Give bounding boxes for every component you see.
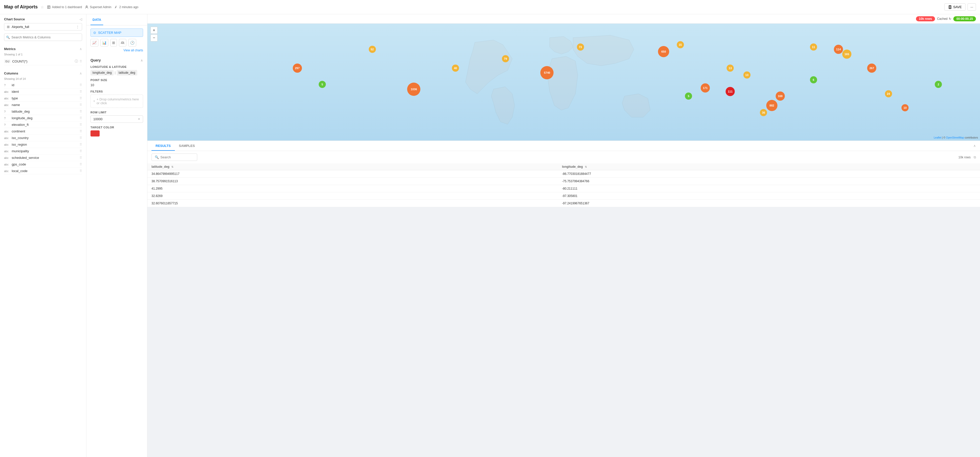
map-bg: + − 297521036407957407365015517113111138… bbox=[147, 24, 980, 140]
filters-plus-icon: + bbox=[93, 99, 95, 103]
map-cluster[interactable]: 882 bbox=[766, 100, 778, 111]
openstreetmap-link: OpenStreetMap bbox=[946, 136, 964, 139]
map-cluster[interactable]: 267 bbox=[867, 64, 876, 73]
map-cluster[interactable]: 73 bbox=[577, 43, 584, 51]
map-cluster[interactable]: 24 bbox=[885, 90, 892, 97]
col-drag-handle[interactable]: ⠿ bbox=[80, 90, 82, 94]
copy-icon[interactable]: ⧉ bbox=[974, 155, 976, 159]
bar-chart-icon[interactable]: 📊 bbox=[100, 39, 108, 46]
table-row: 34.86479994995117 -86.77030181884477 bbox=[147, 170, 980, 178]
cached-badge: Cached ↻ bbox=[937, 17, 951, 21]
columns-collapse-icon[interactable]: ∧ bbox=[80, 72, 82, 75]
map-cluster[interactable]: 36 bbox=[760, 109, 767, 116]
results-tab-samples[interactable]: SAMPLES bbox=[175, 141, 199, 151]
map-container[interactable]: + − 297521036407957407365015517113111138… bbox=[147, 24, 980, 140]
map-cluster[interactable]: 5740 bbox=[540, 66, 554, 79]
map-cluster[interactable]: 111 bbox=[725, 87, 735, 96]
metric-badge: f(x) bbox=[4, 59, 11, 63]
col-drag-handle[interactable]: ⠿ bbox=[80, 123, 82, 127]
map-cluster[interactable]: 297 bbox=[293, 64, 302, 73]
results-header: RESULTS SAMPLES ∧ bbox=[147, 141, 980, 151]
cell-lon: -80.211111 bbox=[558, 185, 980, 193]
metrics-collapse-icon[interactable]: ∧ bbox=[80, 47, 82, 51]
filters-drop-zone[interactable]: + + Drop columns/metrics here or click bbox=[91, 94, 143, 108]
datasource-more-icon[interactable]: ⋮ bbox=[76, 25, 79, 29]
more-button[interactable]: ··· bbox=[967, 3, 976, 11]
col-drag-handle[interactable]: ⠿ bbox=[80, 136, 82, 140]
col-header-longitude[interactable]: longitude_deg ⇅ bbox=[558, 164, 980, 170]
results-search: 🔍 bbox=[151, 153, 197, 161]
col-drag-handle[interactable]: ⠿ bbox=[80, 162, 82, 166]
results-tab-results[interactable]: RESULTS bbox=[151, 141, 175, 151]
map-cluster[interactable]: 52 bbox=[369, 46, 376, 53]
map-cluster[interactable]: 15 bbox=[677, 41, 684, 48]
lat-lon-label: LONGITUDE & LATITUDE bbox=[91, 65, 143, 68]
refresh-icon[interactable]: ↻ bbox=[949, 17, 951, 21]
number-badge-icon[interactable]: 4k bbox=[119, 39, 126, 46]
col-drag-handle[interactable]: ⠿ bbox=[80, 83, 82, 87]
columns-list: ? id ⠿ abc ident ⠿ abc type ⠿ abc name ⠿… bbox=[4, 82, 82, 174]
map-cluster[interactable]: 169 bbox=[776, 91, 785, 101]
datasource-row[interactable]: ⊞ Airports_full ⋮ bbox=[4, 23, 82, 30]
longitude-chip[interactable]: longitude_deg bbox=[91, 70, 114, 75]
query-collapse-icon[interactable]: ∧ bbox=[140, 59, 143, 62]
col-drag-handle[interactable]: ⠿ bbox=[80, 110, 82, 113]
map-cluster[interactable]: 79 bbox=[502, 55, 509, 62]
col-name: iso_region bbox=[12, 143, 78, 146]
map-cluster[interactable]: 6 bbox=[810, 76, 817, 83]
map-cluster[interactable]: 171 bbox=[701, 83, 710, 92]
map-cluster[interactable]: 650 bbox=[658, 46, 669, 57]
chip-separator: | bbox=[115, 70, 115, 75]
cell-lon: -86.77030181884477 bbox=[558, 170, 980, 178]
search-metrics-input[interactable] bbox=[4, 33, 82, 41]
map-cluster[interactable]: 13 bbox=[743, 72, 751, 78]
line-chart-icon[interactable]: 📈 bbox=[91, 39, 99, 46]
map-cluster[interactable]: 5 bbox=[685, 92, 692, 100]
save-button[interactable]: SAVE bbox=[944, 3, 966, 11]
map-cluster[interactable]: 114 bbox=[834, 45, 843, 54]
tab-data[interactable]: DATA bbox=[91, 14, 103, 25]
map-cluster[interactable]: 13 bbox=[727, 65, 734, 72]
chart-icons-row: 📈 📊 ⊞ 4k 🕐 bbox=[91, 39, 143, 46]
col-drag-handle[interactable]: ⠿ bbox=[80, 96, 82, 100]
results-panel: RESULTS SAMPLES ∧ 🔍 10k rows ⧉ bbox=[147, 140, 980, 207]
chart-type-selected[interactable]: ⊙ SCATTER MAP bbox=[91, 29, 143, 37]
map-cluster[interactable]: 11 bbox=[810, 43, 817, 51]
results-search-input[interactable] bbox=[161, 155, 194, 159]
col-drag-handle[interactable]: ⠿ bbox=[80, 129, 82, 133]
col-drag-handle[interactable]: ⠿ bbox=[80, 156, 82, 159]
row-limit-select[interactable]: 10000 ▼ bbox=[91, 115, 143, 123]
col-type-badge: abc bbox=[4, 150, 10, 153]
metric-info-icon[interactable]: ⓘ bbox=[75, 59, 78, 64]
map-zoom-in[interactable]: + bbox=[150, 27, 158, 34]
map-cluster[interactable]: 165 bbox=[842, 49, 851, 59]
view-all-link[interactable]: View all charts bbox=[91, 49, 143, 52]
column-item: abc iso_country ⠿ bbox=[4, 135, 82, 141]
map-cluster[interactable]: 2 bbox=[935, 81, 942, 88]
col-header-latitude[interactable]: latitude_deg ⇅ bbox=[147, 164, 558, 170]
point-size-label: POINT SIZE bbox=[91, 78, 143, 81]
col-drag-handle[interactable]: ⠿ bbox=[80, 169, 82, 173]
clock-icon[interactable]: 🕐 bbox=[128, 39, 136, 46]
map-cluster[interactable]: 5 bbox=[319, 81, 326, 88]
collapse-left-icon[interactable]: ◁ bbox=[80, 17, 82, 21]
col-drag-handle[interactable]: ⠿ bbox=[80, 143, 82, 146]
map-zoom-out[interactable]: − bbox=[150, 34, 158, 41]
map-cluster[interactable]: 40 bbox=[452, 65, 459, 72]
user-badge: Superset Admin bbox=[85, 5, 111, 9]
table-chart-icon[interactable]: ⊞ bbox=[110, 39, 117, 46]
drag-handle-icon[interactable]: ⠿ bbox=[80, 59, 82, 63]
latitude-chip[interactable]: latitude_deg bbox=[117, 70, 137, 75]
star-icon[interactable]: ☆ bbox=[41, 5, 44, 9]
target-color-swatch[interactable] bbox=[91, 131, 100, 137]
chart-source-header: Chart Source ◁ bbox=[0, 14, 86, 23]
results-collapse-icon[interactable]: ∧ bbox=[974, 144, 976, 148]
column-item: abc gps_code ⠿ bbox=[4, 161, 82, 168]
col-drag-handle[interactable]: ⠿ bbox=[80, 149, 82, 153]
col-drag-handle[interactable]: ⠿ bbox=[80, 116, 82, 120]
map-cluster[interactable]: 10 bbox=[902, 104, 908, 111]
query-section: Query ∧ LONGITUDE & LATITUDE longitude_d… bbox=[86, 55, 147, 140]
col-drag-handle[interactable]: ⠿ bbox=[80, 103, 82, 107]
map-cluster[interactable]: 1036 bbox=[407, 83, 420, 96]
cell-lat: 34.86479994995117 bbox=[147, 170, 558, 178]
